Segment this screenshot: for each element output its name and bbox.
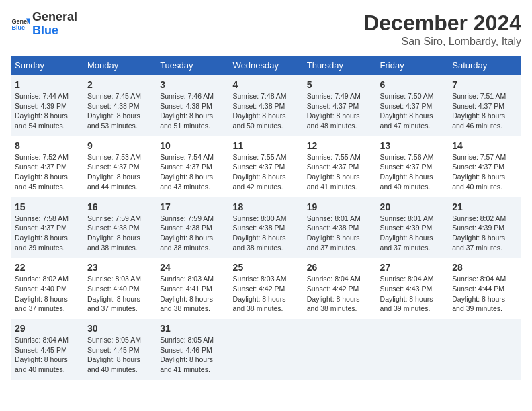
calendar-cell: 24Sunrise: 8:03 AMSunset: 4:41 PMDayligh… xyxy=(156,258,228,319)
calendar-cell: 14Sunrise: 7:57 AMSunset: 4:37 PMDayligh… xyxy=(448,136,521,197)
day-info: Sunrise: 8:04 AMSunset: 4:43 PMDaylight:… xyxy=(380,274,445,314)
calendar-week-row: 22Sunrise: 8:02 AMSunset: 4:40 PMDayligh… xyxy=(11,258,521,319)
calendar-cell: 2Sunrise: 7:45 AMSunset: 4:38 PMDaylight… xyxy=(83,75,156,136)
day-info: Sunrise: 7:57 AMSunset: 4:37 PMDaylight:… xyxy=(452,152,517,192)
calendar-cell: 31Sunrise: 8:05 AMSunset: 4:46 PMDayligh… xyxy=(156,319,228,380)
day-info: Sunrise: 8:01 AMSunset: 4:38 PMDaylight:… xyxy=(307,214,372,253)
day-number: 24 xyxy=(160,262,224,273)
day-info: Sunrise: 7:52 AMSunset: 4:37 PMDaylight:… xyxy=(15,152,79,192)
header-sunday: Sunday xyxy=(11,56,83,75)
day-info: Sunrise: 7:51 AMSunset: 4:37 PMDaylight:… xyxy=(452,91,517,131)
header-monday: Monday xyxy=(83,56,156,75)
title-section: December 2024 San Siro, Lombardy, Italy xyxy=(363,11,521,48)
day-info: Sunrise: 7:54 AMSunset: 4:37 PMDaylight:… xyxy=(160,152,224,192)
calendar-cell: 13Sunrise: 7:56 AMSunset: 4:37 PMDayligh… xyxy=(376,136,449,197)
day-info: Sunrise: 7:53 AMSunset: 4:37 PMDaylight:… xyxy=(87,152,152,192)
day-number: 31 xyxy=(160,323,224,334)
day-number: 9 xyxy=(87,140,152,151)
day-info: Sunrise: 7:58 AMSunset: 4:37 PMDaylight:… xyxy=(15,214,79,253)
day-number: 11 xyxy=(233,140,299,151)
day-number: 19 xyxy=(307,201,372,212)
calendar-cell: 4Sunrise: 7:48 AMSunset: 4:38 PMDaylight… xyxy=(229,75,303,136)
day-info: Sunrise: 8:04 AMSunset: 4:45 PMDaylight:… xyxy=(15,335,79,375)
day-number: 7 xyxy=(452,79,517,90)
day-number: 27 xyxy=(380,262,445,273)
calendar-cell: 21Sunrise: 8:02 AMSunset: 4:39 PMDayligh… xyxy=(448,197,521,259)
calendar-week-row: 15Sunrise: 7:58 AMSunset: 4:37 PMDayligh… xyxy=(11,197,521,259)
calendar-week-row: 29Sunrise: 8:04 AMSunset: 4:45 PMDayligh… xyxy=(11,319,521,380)
calendar-cell: 25Sunrise: 8:03 AMSunset: 4:42 PMDayligh… xyxy=(229,258,303,319)
day-info: Sunrise: 7:55 AMSunset: 4:37 PMDaylight:… xyxy=(307,152,372,192)
day-info: Sunrise: 8:00 AMSunset: 4:38 PMDaylight:… xyxy=(233,214,299,253)
day-number: 15 xyxy=(15,201,79,212)
day-number: 8 xyxy=(15,140,79,151)
day-number: 22 xyxy=(15,262,79,273)
day-info: Sunrise: 7:46 AMSunset: 4:38 PMDaylight:… xyxy=(160,91,224,131)
day-info: Sunrise: 8:02 AMSunset: 4:39 PMDaylight:… xyxy=(452,214,517,253)
day-number: 29 xyxy=(15,323,79,334)
day-number: 14 xyxy=(452,140,517,151)
logo: General Blue General Blue xyxy=(11,11,77,38)
calendar-header-row: SundayMondayTuesdayWednesdayThursdayFrid… xyxy=(11,56,521,75)
day-number: 23 xyxy=(87,262,152,273)
day-number: 1 xyxy=(15,79,79,90)
day-info: Sunrise: 8:03 AMSunset: 4:41 PMDaylight:… xyxy=(160,274,224,314)
day-info: Sunrise: 8:04 AMSunset: 4:42 PMDaylight:… xyxy=(307,274,372,314)
day-number: 25 xyxy=(233,262,299,273)
calendar-cell: 20Sunrise: 8:01 AMSunset: 4:39 PMDayligh… xyxy=(376,197,449,259)
logo-icon: General Blue xyxy=(11,15,30,34)
calendar-cell: 9Sunrise: 7:53 AMSunset: 4:37 PMDaylight… xyxy=(83,136,156,197)
calendar-cell: 11Sunrise: 7:55 AMSunset: 4:37 PMDayligh… xyxy=(229,136,303,197)
calendar-cell xyxy=(229,319,303,380)
day-number: 5 xyxy=(307,79,372,90)
calendar-cell: 17Sunrise: 7:59 AMSunset: 4:38 PMDayligh… xyxy=(156,197,228,259)
calendar-cell xyxy=(376,319,449,380)
day-number: 21 xyxy=(452,201,517,212)
day-info: Sunrise: 7:59 AMSunset: 4:38 PMDaylight:… xyxy=(87,214,152,253)
calendar-cell: 18Sunrise: 8:00 AMSunset: 4:38 PMDayligh… xyxy=(229,197,303,259)
header-wednesday: Wednesday xyxy=(229,56,303,75)
day-number: 6 xyxy=(380,79,445,90)
calendar-cell: 30Sunrise: 8:05 AMSunset: 4:45 PMDayligh… xyxy=(83,319,156,380)
calendar-cell: 29Sunrise: 8:04 AMSunset: 4:45 PMDayligh… xyxy=(11,319,83,380)
header-saturday: Saturday xyxy=(448,56,521,75)
day-info: Sunrise: 7:59 AMSunset: 4:38 PMDaylight:… xyxy=(160,214,224,253)
calendar-cell: 7Sunrise: 7:51 AMSunset: 4:37 PMDaylight… xyxy=(448,75,521,136)
header-friday: Friday xyxy=(376,56,449,75)
page-title: December 2024 xyxy=(363,11,521,36)
header-tuesday: Tuesday xyxy=(156,56,228,75)
svg-text:Blue: Blue xyxy=(11,24,25,31)
calendar-cell: 12Sunrise: 7:55 AMSunset: 4:37 PMDayligh… xyxy=(303,136,376,197)
day-info: Sunrise: 8:03 AMSunset: 4:42 PMDaylight:… xyxy=(233,274,299,314)
calendar-cell: 10Sunrise: 7:54 AMSunset: 4:37 PMDayligh… xyxy=(156,136,228,197)
calendar-cell: 3Sunrise: 7:46 AMSunset: 4:38 PMDaylight… xyxy=(156,75,228,136)
page-header: General Blue General Blue December 2024 … xyxy=(11,11,521,48)
day-info: Sunrise: 8:01 AMSunset: 4:39 PMDaylight:… xyxy=(380,214,445,253)
day-number: 13 xyxy=(380,140,445,151)
day-info: Sunrise: 8:04 AMSunset: 4:44 PMDaylight:… xyxy=(452,274,517,314)
calendar-cell: 5Sunrise: 7:49 AMSunset: 4:37 PMDaylight… xyxy=(303,75,376,136)
day-number: 2 xyxy=(87,79,152,90)
calendar-week-row: 1Sunrise: 7:44 AMSunset: 4:39 PMDaylight… xyxy=(11,75,521,136)
calendar-cell: 22Sunrise: 8:02 AMSunset: 4:40 PMDayligh… xyxy=(11,258,83,319)
day-number: 4 xyxy=(233,79,299,90)
calendar-cell: 28Sunrise: 8:04 AMSunset: 4:44 PMDayligh… xyxy=(448,258,521,319)
day-info: Sunrise: 8:05 AMSunset: 4:45 PMDaylight:… xyxy=(87,335,152,375)
day-info: Sunrise: 7:48 AMSunset: 4:38 PMDaylight:… xyxy=(233,91,299,131)
day-number: 16 xyxy=(87,201,152,212)
calendar-cell: 15Sunrise: 7:58 AMSunset: 4:37 PMDayligh… xyxy=(11,197,83,259)
day-info: Sunrise: 8:02 AMSunset: 4:40 PMDaylight:… xyxy=(15,274,79,314)
day-info: Sunrise: 7:45 AMSunset: 4:38 PMDaylight:… xyxy=(87,91,152,131)
calendar-table: SundayMondayTuesdayWednesdayThursdayFrid… xyxy=(11,56,521,380)
calendar-cell: 8Sunrise: 7:52 AMSunset: 4:37 PMDaylight… xyxy=(11,136,83,197)
page-subtitle: San Siro, Lombardy, Italy xyxy=(363,36,521,48)
calendar-cell xyxy=(448,319,521,380)
header-thursday: Thursday xyxy=(303,56,376,75)
calendar-cell: 26Sunrise: 8:04 AMSunset: 4:42 PMDayligh… xyxy=(303,258,376,319)
day-number: 3 xyxy=(160,79,224,90)
day-info: Sunrise: 8:03 AMSunset: 4:40 PMDaylight:… xyxy=(87,274,152,314)
day-info: Sunrise: 7:44 AMSunset: 4:39 PMDaylight:… xyxy=(15,91,79,131)
day-info: Sunrise: 7:50 AMSunset: 4:37 PMDaylight:… xyxy=(380,91,445,131)
calendar-week-row: 8Sunrise: 7:52 AMSunset: 4:37 PMDaylight… xyxy=(11,136,521,197)
calendar-cell: 27Sunrise: 8:04 AMSunset: 4:43 PMDayligh… xyxy=(376,258,449,319)
